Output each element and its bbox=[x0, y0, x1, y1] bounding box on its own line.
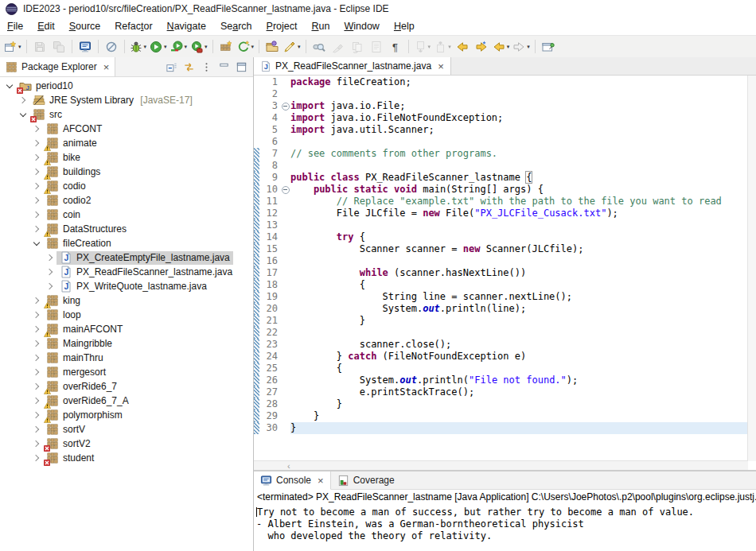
code-line-21[interactable]: 21 } bbox=[254, 315, 748, 327]
expand-chevron-icon[interactable] bbox=[30, 137, 43, 149]
tree-item-px-writequote-lastname-java[interactable]: JPX_WriteQuote_lastname.java bbox=[0, 279, 253, 293]
code-line-16[interactable]: 16 bbox=[254, 255, 748, 267]
tree-item-bike[interactable]: bike bbox=[0, 150, 253, 165]
open-task-button[interactable] bbox=[263, 38, 282, 56]
code-line-13[interactable]: 13 bbox=[254, 219, 748, 231]
new-wizard-button[interactable]: ▾ bbox=[2, 38, 23, 56]
code-line-12[interactable]: 12 File JLCfile = new File("PX_JLCFile_C… bbox=[254, 208, 748, 219]
code-line-17[interactable]: 17 while (scanner.hasNextLine()) bbox=[254, 267, 748, 279]
menu-file[interactable]: File bbox=[0, 19, 30, 33]
tab-px-readfilescanner-lastname-java[interactable]: J PX_ReadFileScanner_lastname.java × bbox=[254, 57, 451, 75]
profile-button[interactable]: ▾ bbox=[189, 38, 209, 56]
tree-item-sortv[interactable]: sortV bbox=[0, 422, 253, 437]
tree-item-src[interactable]: src bbox=[0, 107, 253, 122]
code-line-2[interactable]: 2 bbox=[254, 88, 748, 100]
last-edit-location-button[interactable] bbox=[453, 38, 472, 56]
tree-item-mergesort[interactable]: mergesort bbox=[0, 365, 253, 379]
open-console-button[interactable] bbox=[76, 38, 95, 56]
maximize-button[interactable] bbox=[234, 60, 248, 74]
code-line-5[interactable]: 5import java.util.Scanner; bbox=[254, 124, 748, 136]
code-editor[interactable]: 1package fileCreation;23import java.io.F… bbox=[254, 76, 748, 461]
format-button[interactable] bbox=[329, 38, 348, 56]
collapse-all-button[interactable] bbox=[164, 60, 178, 74]
tree-item-codio2[interactable]: codio2 bbox=[0, 193, 253, 208]
view-menu-button[interactable] bbox=[199, 60, 213, 74]
search-button[interactable] bbox=[310, 38, 329, 56]
save-button[interactable] bbox=[30, 38, 49, 56]
tab-coverage[interactable]: Coverage bbox=[331, 471, 401, 489]
prev-annotation-button[interactable]: ▾ bbox=[432, 38, 453, 56]
code-line-3[interactable]: 3import java.io.File; bbox=[254, 100, 748, 112]
code-line-22[interactable]: 22 bbox=[254, 327, 748, 339]
code-line-7[interactable]: 7// see comments from other programs. bbox=[254, 148, 748, 160]
fold-marker-icon[interactable] bbox=[280, 184, 290, 196]
menu-source[interactable]: Source bbox=[62, 19, 108, 33]
expand-chevron-icon[interactable] bbox=[30, 294, 43, 307]
tree-item-maingribble[interactable]: Maingribble bbox=[0, 336, 253, 351]
expand-chevron-icon[interactable] bbox=[30, 409, 43, 421]
close-icon[interactable]: × bbox=[318, 475, 324, 487]
show-outline-button[interactable] bbox=[367, 38, 386, 56]
menu-refactor[interactable]: Refactor bbox=[107, 19, 159, 33]
expand-chevron-icon[interactable] bbox=[30, 452, 43, 464]
expand-chevron-icon[interactable] bbox=[44, 251, 57, 264]
collapse-chevron-icon[interactable] bbox=[30, 237, 43, 250]
menu-project[interactable]: Project bbox=[259, 19, 305, 33]
code-line-20[interactable]: 20 System.out.println(line); bbox=[254, 303, 748, 315]
code-line-18[interactable]: 18 { bbox=[254, 279, 748, 291]
new-java-project-button[interactable] bbox=[216, 38, 236, 56]
close-icon[interactable]: × bbox=[438, 60, 444, 72]
forward-button[interactable]: ▾ bbox=[511, 38, 532, 56]
menu-edit[interactable]: Edit bbox=[30, 19, 62, 33]
tree-item-student[interactable]: student bbox=[0, 451, 253, 465]
expand-chevron-icon[interactable] bbox=[30, 323, 43, 336]
close-icon[interactable]: × bbox=[103, 61, 110, 73]
menu-window[interactable]: Window bbox=[337, 19, 386, 33]
code-line-26[interactable]: 26 System.out.println("File not found.")… bbox=[254, 374, 748, 386]
collapse-chevron-icon[interactable] bbox=[3, 80, 16, 92]
expand-chevron-icon[interactable] bbox=[30, 394, 43, 407]
skip-breakpoints-button[interactable] bbox=[102, 38, 121, 56]
code-line-19[interactable]: 19 String line = scanner.nextLine(); bbox=[254, 291, 748, 303]
collapse-chevron-icon[interactable] bbox=[17, 108, 29, 121]
code-line-14[interactable]: 14 try { bbox=[254, 231, 748, 243]
tree-item-jre-system-library[interactable]: JRE System Library [JavaSE-17] bbox=[0, 93, 253, 107]
tab-console[interactable]: Console× bbox=[254, 471, 331, 490]
expand-chevron-icon[interactable] bbox=[30, 151, 43, 164]
code-line-28[interactable]: 28 } bbox=[254, 398, 748, 410]
debug-button[interactable]: ▾ bbox=[128, 38, 149, 56]
code-line-4[interactable]: 4import java.io.FileNotFoundException; bbox=[254, 112, 748, 124]
code-line-27[interactable]: 27 e.printStackTrace(); bbox=[254, 386, 748, 398]
tree-item-buildings[interactable]: buildings bbox=[0, 165, 253, 179]
expand-chevron-icon[interactable] bbox=[30, 423, 43, 436]
tree-item-override6-7-a[interactable]: overRide6_7_A bbox=[0, 394, 253, 408]
run-button[interactable]: ▾ bbox=[148, 38, 169, 56]
overview-ruler[interactable] bbox=[747, 76, 756, 461]
next-edit-location-button[interactable] bbox=[472, 38, 491, 56]
expand-chevron-icon[interactable] bbox=[30, 380, 43, 393]
tree-item-filecreation[interactable]: fileCreation bbox=[0, 236, 253, 250]
next-annotation-button[interactable]: ▾ bbox=[412, 38, 433, 56]
code-line-23[interactable]: 23 scanner.close(); bbox=[254, 339, 748, 351]
link-with-editor-button[interactable] bbox=[348, 38, 367, 56]
code-line-15[interactable]: 15 Scanner scanner = new Scanner(JLCfile… bbox=[254, 243, 748, 255]
tree-item-codio[interactable]: codio bbox=[0, 179, 253, 193]
coverage-button[interactable]: ▾ bbox=[169, 38, 189, 56]
tree-item-datastructures[interactable]: DataStructures bbox=[0, 222, 253, 236]
show-whitespace-button[interactable]: ¶ bbox=[386, 38, 405, 56]
code-line-9[interactable]: 9public class PX_ReadFileScanner_lastnam… bbox=[254, 172, 748, 184]
tree-item-px-readfilescanner-lastname-java[interactable]: JPX_ReadFileScanner_lastname.java bbox=[0, 265, 253, 279]
tree-item-mainafcont[interactable]: mainAFCONT bbox=[0, 322, 253, 336]
code-line-24[interactable]: 24 } catch (FileNotFoundException e) bbox=[254, 351, 748, 363]
fold-marker-icon[interactable] bbox=[280, 100, 290, 112]
expand-chevron-icon[interactable] bbox=[44, 266, 57, 278]
code-line-11[interactable]: 11 // Replace "example.txt" with the pat… bbox=[254, 196, 748, 208]
expand-chevron-icon[interactable] bbox=[30, 122, 43, 135]
external-tools-button[interactable]: ▾ bbox=[236, 38, 256, 56]
tree-item-animate[interactable]: animate bbox=[0, 136, 253, 150]
code-line-29[interactable]: 29 } bbox=[254, 410, 748, 422]
back-button[interactable]: ▾ bbox=[491, 38, 512, 56]
expand-chevron-icon[interactable] bbox=[30, 165, 43, 178]
save-all-button[interactable] bbox=[49, 38, 68, 56]
tree-item-afcont[interactable]: AFCONT bbox=[0, 122, 253, 136]
